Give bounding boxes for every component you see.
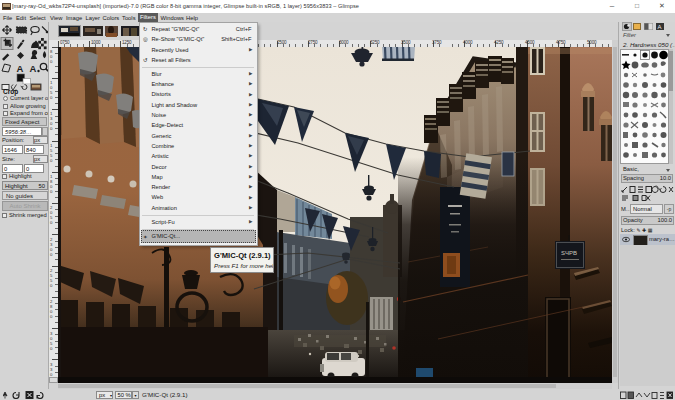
svg-text:A: A	[17, 63, 24, 74]
svg-text:A: A	[658, 24, 662, 30]
svg-text:SЧPВ: SЧPВ	[561, 250, 577, 256]
svg-text:A: A	[30, 63, 37, 74]
